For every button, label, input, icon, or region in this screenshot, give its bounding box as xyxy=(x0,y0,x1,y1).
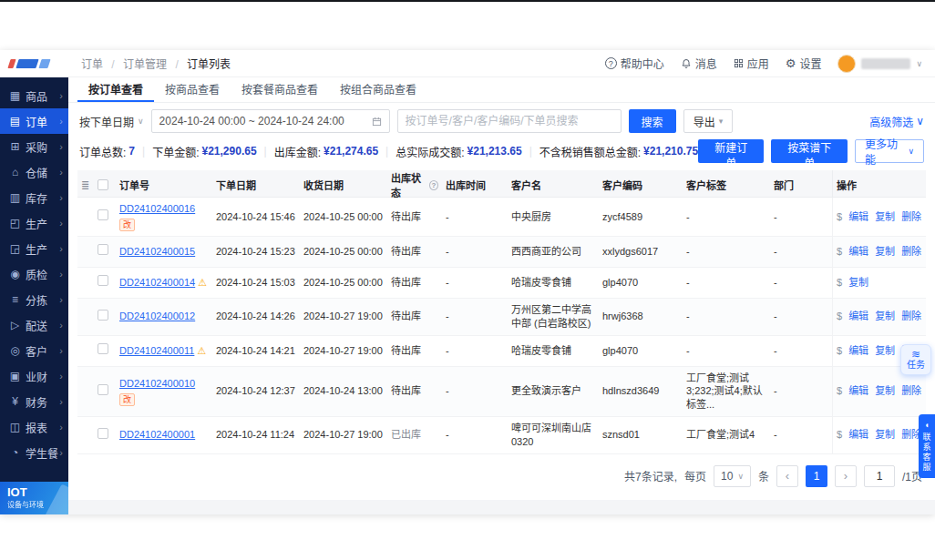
sidebar-item-warehouse[interactable]: ⌂ 仓储 › xyxy=(0,159,68,185)
copy-link[interactable]: 复制 xyxy=(875,384,895,398)
delete-link[interactable]: 删除 xyxy=(901,245,921,259)
sidebar-item-production-2[interactable]: ◲ 生产 › xyxy=(0,236,68,261)
row-checkbox[interactable] xyxy=(98,275,108,286)
row-checkbox[interactable] xyxy=(98,428,108,439)
status-info-icon[interactable]: ? xyxy=(429,180,438,190)
export-button[interactable]: 导出 ▾ xyxy=(683,109,734,133)
table-row[interactable]: DD24102400011 ⚠ 2024-10-24 14:21 2024-10… xyxy=(77,336,926,367)
user-menu[interactable]: ∨ xyxy=(837,55,922,73)
next-page-button[interactable]: › xyxy=(835,465,857,487)
table-row[interactable]: DD24102400016 改 2024-10-24 15:46 2024-10… xyxy=(77,198,926,237)
price-icon[interactable]: $ xyxy=(837,384,842,398)
edit-link[interactable]: 编辑 xyxy=(848,344,868,358)
messages-button[interactable]: 消息 xyxy=(681,56,717,71)
sidebar-item-quality[interactable]: ◉ 质检 › xyxy=(0,261,68,287)
price-icon[interactable]: $ xyxy=(837,428,842,442)
sidebar-item-customers[interactable]: ◎ 客户 › xyxy=(0,338,68,363)
sidebar-item-goods[interactable]: ▦ 商品 › xyxy=(0,83,68,108)
sorting-icon: ≡ xyxy=(8,293,22,306)
status-cell: 待出库 xyxy=(387,271,442,294)
tab-by-product[interactable]: 按商品查看 xyxy=(154,77,231,102)
recipe-order-button[interactable]: 按菜谱下单 xyxy=(771,139,847,163)
sidebar-item-biz-finance[interactable]: ▣ 业财 › xyxy=(0,363,68,389)
warning-icon: ⚠ xyxy=(198,276,207,290)
prev-page-button[interactable]: ‹ xyxy=(776,465,798,487)
edit-link[interactable]: 编辑 xyxy=(848,210,868,224)
current-page-button[interactable]: 1 xyxy=(806,465,827,487)
row-checkbox[interactable] xyxy=(98,343,108,354)
iot-entry[interactable]: IOT 设备与环境 xyxy=(0,482,68,514)
settings-label: 设置 xyxy=(799,56,821,71)
copy-link[interactable]: 复制 xyxy=(875,428,895,442)
table-row[interactable]: DD24102400010 改 2024-10-24 12:37 2024-10… xyxy=(77,367,926,418)
row-actions: $ 复制 xyxy=(832,268,926,298)
price-icon[interactable]: $ xyxy=(837,210,842,224)
price-icon[interactable]: $ xyxy=(837,276,842,290)
row-checkbox[interactable] xyxy=(98,310,108,321)
table-row[interactable]: DD24102400012 2024-10-24 14:26 2024-10-2… xyxy=(77,299,926,336)
copy-link[interactable]: 复制 xyxy=(875,344,895,358)
page-size-select[interactable]: 10 ∨ xyxy=(714,465,751,487)
copy-link[interactable]: 复制 xyxy=(848,276,868,290)
more-functions-button[interactable]: 更多功能 ∨ xyxy=(855,139,924,163)
sidebar-item-finance[interactable]: ¥ 财务 › xyxy=(0,389,68,414)
row-checkbox[interactable] xyxy=(98,209,108,220)
status-cell: 待出库 xyxy=(387,305,442,328)
tab-by-order[interactable]: 按订单查看 xyxy=(77,77,154,102)
order-number-link[interactable]: DD24102400016 xyxy=(119,202,195,216)
sidebar-item-purchase[interactable]: ⊞ 采购 › xyxy=(0,134,68,159)
table-row[interactable]: DD24102400014 ⚠ 2024-10-24 15:03 2024-10… xyxy=(77,268,926,299)
tab-by-combo[interactable]: 按组合商品查看 xyxy=(329,77,427,102)
order-number-link[interactable]: DD24102400014 xyxy=(119,276,195,290)
price-icon[interactable]: $ xyxy=(837,310,842,323)
task-floating-button[interactable]: ≋ 任务 xyxy=(900,344,931,375)
select-all-checkbox[interactable] xyxy=(98,179,108,190)
sidebar-item-student-meal[interactable]: ◔ 学生餐 › xyxy=(0,440,68,465)
column-settings-icon[interactable]: ≣ xyxy=(81,179,89,191)
order-number-link[interactable]: DD24102400010 xyxy=(119,377,195,391)
table-row[interactable]: DD24102400015 2024-10-24 15:23 2024-10-2… xyxy=(77,237,926,268)
order-number-link[interactable]: DD24102400001 xyxy=(119,428,195,442)
apps-button[interactable]: 应用 xyxy=(734,56,769,71)
app-logo[interactable] xyxy=(0,50,68,77)
row-checkbox[interactable] xyxy=(98,244,108,255)
order-number-link[interactable]: DD24102400012 xyxy=(119,310,195,323)
date-type-select[interactable]: 按下单日期 ∨ xyxy=(79,114,144,129)
chevron-down-icon: ∨ xyxy=(916,115,924,127)
table-row[interactable]: DD24102400001 2024-10-24 11:24 2024-10-2… xyxy=(77,417,926,454)
delete-link[interactable]: 删除 xyxy=(901,210,921,224)
edit-link[interactable]: 编辑 xyxy=(848,428,868,442)
delete-link[interactable]: 删除 xyxy=(901,384,921,398)
settings-button[interactable]: ⚙ 设置 xyxy=(786,56,822,71)
contact-service-button[interactable]: ◖ 联系客服 xyxy=(919,414,935,478)
edit-link[interactable]: 编辑 xyxy=(848,310,868,323)
sidebar-item-delivery[interactable]: ▷ 配送 › xyxy=(0,312,68,338)
copy-link[interactable]: 复制 xyxy=(875,245,895,259)
new-order-button[interactable]: 新建订单 xyxy=(698,139,764,163)
edit-link[interactable]: 编辑 xyxy=(848,384,868,398)
copy-link[interactable]: 复制 xyxy=(875,210,895,224)
edit-link[interactable]: 编辑 xyxy=(848,245,868,259)
order-search-input[interactable] xyxy=(397,109,622,133)
breadcrumb-group[interactable]: 订单管理 xyxy=(123,58,167,71)
page-jump-input[interactable] xyxy=(864,465,895,487)
sidebar-item-reports[interactable]: ◫ 报表 › xyxy=(0,414,68,440)
price-icon[interactable]: $ xyxy=(837,245,842,259)
advanced-filter-link[interactable]: 高级筛选 ∨ xyxy=(869,114,924,129)
sidebar-item-production-1[interactable]: ◰ 生产 › xyxy=(0,210,68,236)
sidebar-item-orders[interactable]: ▤ 订单 › xyxy=(0,108,68,134)
orders-table: ≣ 订单号 下单日期 收货日期 出库状态 ? 出库时间 客户名 客户编码 客户标… xyxy=(77,170,926,454)
order-number-link[interactable]: DD24102400011 xyxy=(119,344,194,358)
help-center-button[interactable]: ? 帮助中心 xyxy=(605,56,664,71)
copy-link[interactable]: 复制 xyxy=(875,310,895,323)
tab-by-package[interactable]: 按套餐商品查看 xyxy=(231,77,329,102)
row-checkbox[interactable] xyxy=(98,384,108,395)
delete-link[interactable]: 删除 xyxy=(901,310,921,323)
date-range-picker[interactable]: 2024-10-24 00:00 ~ 2024-10-24 24:00 xyxy=(151,109,390,133)
sidebar-item-inventory[interactable]: ▥ 库存 › xyxy=(0,185,68,210)
search-button[interactable]: 搜索 xyxy=(629,109,676,133)
order-number-link[interactable]: DD24102400015 xyxy=(119,245,195,259)
sidebar-item-sorting[interactable]: ≡ 分拣 › xyxy=(0,287,68,312)
breadcrumb-section[interactable]: 订单 xyxy=(81,58,103,71)
price-icon[interactable]: $ xyxy=(837,344,842,358)
